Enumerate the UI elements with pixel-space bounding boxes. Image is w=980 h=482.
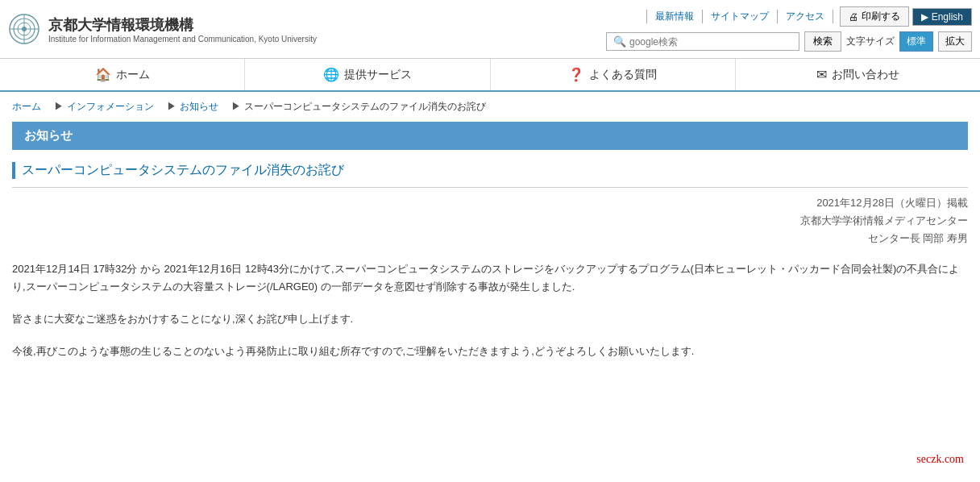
breadcrumb-sep-3: ▶: [222, 100, 241, 114]
print-icon: 🖨: [849, 11, 858, 23]
breadcrumb-current: スーパーコンピュータシステムのファイル消失のお詫び: [244, 100, 486, 114]
title-divider: [12, 187, 968, 188]
globe-icon: 🌐: [323, 67, 339, 82]
article-para2: 皆さまに大変なご迷惑をおかけすることになり,深くお詫び申し上げます.: [12, 310, 968, 328]
logo-icon: [8, 13, 40, 45]
top-links: 最新情報 サイトマップ アクセス: [646, 10, 833, 23]
site-title: 京都大学情報環境機構: [48, 15, 317, 35]
article-date: 2021年12月28日（火曜日）掲載: [12, 196, 968, 210]
arrow-icon: ▶: [921, 11, 928, 23]
article-org1: 京都大学学術情報メディアセンター: [12, 214, 968, 228]
print-button[interactable]: 🖨 印刷する: [840, 6, 909, 27]
section-heading-text: お知らせ: [24, 128, 73, 142]
article-title: スーパーコンピュータシステムのファイル消失のお詫び: [12, 162, 968, 179]
nav-faq[interactable]: ❓ よくある質問: [491, 59, 736, 90]
print-label: 印刷する: [862, 10, 900, 23]
breadcrumb: ホーム ▶ インフォメーション ▶ お知らせ ▶ スーパーコンピュータシステムの…: [0, 92, 980, 122]
nav-contact-label: お問い合わせ: [832, 68, 899, 82]
section-header: お知らせ: [12, 122, 968, 150]
sitemap-link[interactable]: サイトマップ: [703, 10, 778, 23]
search-input[interactable]: [629, 36, 791, 48]
main-nav: 🏠 ホーム 🌐 提供サービス ❓ よくある質問 ✉ お問い合わせ: [0, 59, 980, 92]
fontsize-label: 文字サイズ: [846, 35, 895, 48]
article-org2: センター長 岡部 寿男: [12, 231, 968, 246]
breadcrumb-home[interactable]: ホーム: [12, 100, 41, 114]
header-title-block: 京都大学情報環境機構 Institute for Information Man…: [48, 15, 317, 44]
header-bottom-row: 🔍 検索 文字サイズ 標準 拡大: [606, 31, 972, 52]
latest-news-link[interactable]: 最新情報: [646, 10, 703, 23]
breadcrumb-notice[interactable]: お知らせ: [180, 100, 218, 114]
fontsize-standard-button[interactable]: 標準: [899, 31, 933, 52]
home-icon: 🏠: [95, 67, 111, 82]
breadcrumb-sep-2: ▶: [157, 100, 176, 114]
nav-services[interactable]: 🌐 提供サービス: [245, 59, 490, 90]
fontsize-large-button[interactable]: 拡大: [938, 31, 972, 52]
access-link[interactable]: アクセス: [778, 10, 833, 23]
nav-faq-label: よくある質問: [589, 68, 657, 82]
english-label: English: [932, 11, 963, 23]
search-box: 🔍: [606, 32, 799, 51]
header-right: 最新情報 サイトマップ アクセス 🖨 印刷する ▶ English 🔍 検索 文…: [606, 6, 972, 52]
header-left: 京都大学情報環境機構 Institute for Information Man…: [8, 6, 317, 52]
article-body: 2021年12月28日（火曜日）掲載 京都大学学術情報メディアセンター センター…: [0, 196, 980, 360]
nav-contact[interactable]: ✉ お問い合わせ: [736, 59, 980, 90]
site-subtitle: Institute for Information Management and…: [48, 35, 317, 44]
article-para1: 2021年12月14日 17時32分 から 2021年12月16日 12時43分…: [12, 260, 968, 296]
site-header: 京都大学情報環境機構 Institute for Information Man…: [0, 0, 980, 59]
search-icon: 🔍: [613, 35, 626, 48]
mail-icon: ✉: [816, 67, 827, 82]
article-para3: 今後,再びこのような事態の生じることのないよう再発防止に取り組む所存ですので,ご…: [12, 343, 968, 360]
header-top-row: 最新情報 サイトマップ アクセス 🖨 印刷する ▶ English: [646, 6, 972, 27]
breadcrumb-information[interactable]: インフォメーション: [67, 100, 154, 114]
search-button[interactable]: 検索: [804, 31, 841, 52]
nav-home-label: ホーム: [116, 68, 150, 82]
nav-services-label: 提供サービス: [344, 68, 412, 82]
english-button[interactable]: ▶ English: [912, 8, 972, 26]
nav-home[interactable]: 🏠 ホーム: [0, 59, 245, 90]
breadcrumb-sep-1: ▶: [44, 100, 64, 114]
question-icon: ❓: [568, 67, 584, 82]
